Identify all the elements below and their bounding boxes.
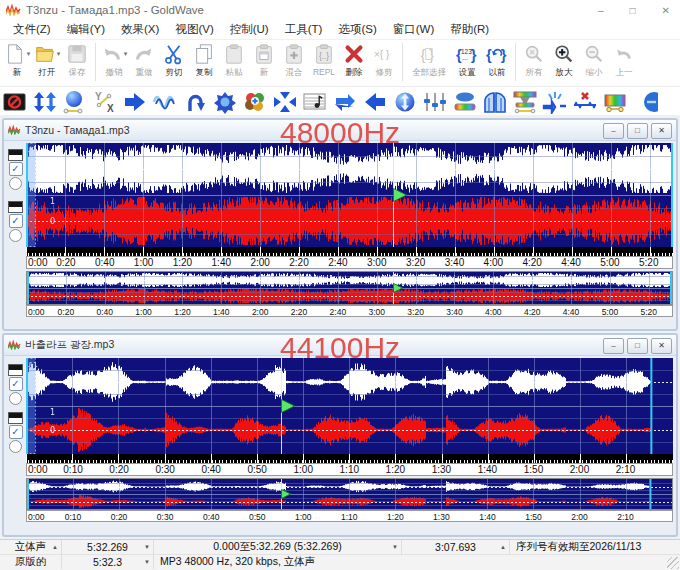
cut-button[interactable]: 剪切: [159, 41, 189, 77]
menu-help[interactable]: 帮助(R): [443, 20, 496, 39]
flanger-icon[interactable]: [152, 90, 178, 114]
minimize-button[interactable]: –: [598, 5, 604, 16]
menu-window[interactable]: 窗口(W): [386, 20, 442, 39]
spectrum-icon[interactable]: [602, 90, 628, 114]
offset-left-icon[interactable]: [362, 90, 388, 114]
filter-icon[interactable]: [512, 90, 538, 114]
doppler-icon[interactable]: [32, 90, 58, 114]
menu-edit[interactable]: 编辑(Y): [60, 20, 112, 39]
channel-view-button[interactable]: [8, 149, 23, 161]
redo-button[interactable]: 重做: [129, 41, 159, 77]
menu-tools[interactable]: 工具(T): [278, 20, 330, 39]
waveform-display-1[interactable]: [26, 143, 673, 247]
overview-display-1[interactable]: [27, 272, 672, 304]
menu-effects[interactable]: 效果(X): [114, 20, 166, 39]
channel-view-button[interactable]: [8, 364, 23, 376]
previous-selection-button[interactable]: {} 以前: [482, 41, 512, 77]
child-titlebar-2[interactable]: 바츨라프 광장.mp3 – □ ✕: [4, 335, 676, 356]
status-original[interactable]: 原版的: [0, 555, 62, 569]
status-selection[interactable]: 0.000至5:32.269 (5:32.269)▼: [154, 540, 402, 554]
time-ruler-1[interactable]: [26, 247, 673, 256]
expression-evaluator-icon[interactable]: YX: [92, 90, 118, 114]
status-marker-time[interactable]: 3:07.693▲: [402, 540, 510, 554]
dropdown-arrow-icon[interactable]: ▾: [124, 50, 128, 58]
interpolate-icon[interactable]: [242, 90, 268, 114]
overview-display-2[interactable]: [27, 479, 672, 509]
child-close-button[interactable]: ✕: [651, 338, 672, 354]
channel-solo-radio[interactable]: [9, 229, 22, 242]
resize-grip[interactable]: [667, 557, 679, 569]
close-button[interactable]: ✕: [662, 5, 670, 16]
time-label: 4:40: [563, 306, 580, 317]
waveform-display-2[interactable]: [26, 358, 673, 454]
reverse-icon[interactable]: [182, 90, 208, 114]
channel-enable-checkbox[interactable]: ✓: [9, 162, 23, 176]
open-button[interactable]: ▾ 打开: [32, 41, 62, 77]
menu-file[interactable]: 文件(Z): [6, 20, 58, 39]
gate-icon[interactable]: [482, 90, 508, 114]
menu-view[interactable]: 视图(V): [168, 20, 220, 39]
paste-button[interactable]: 粘贴: [219, 41, 249, 77]
time-ruler-2[interactable]: [26, 454, 673, 463]
child-minimize-button[interactable]: –: [603, 123, 624, 139]
control-properties-icon[interactable]: [2, 90, 28, 114]
time-label: 3:00: [367, 257, 386, 269]
zoom-all-button[interactable]: 所有: [519, 41, 549, 77]
channel-enable-checkbox[interactable]: ✓: [9, 377, 23, 391]
maximize-button[interactable]: □: [630, 5, 636, 16]
undo-button[interactable]: ▾ 撤销: [99, 41, 129, 77]
time-label: 5:20: [639, 257, 658, 269]
select-all-button[interactable]: { } 全部选择: [406, 41, 452, 77]
dropdown-arrow-icon[interactable]: ▾: [27, 50, 31, 58]
menu-options[interactable]: 选项(S): [331, 20, 383, 39]
channel-view-button[interactable]: [8, 201, 23, 213]
volume-shape-icon[interactable]: [452, 90, 478, 114]
child-maximize-button[interactable]: □: [627, 338, 648, 354]
offset-right-icon[interactable]: [122, 90, 148, 114]
child-maximize-button[interactable]: □: [627, 123, 648, 139]
dropdown-arrow-icon[interactable]: ▾: [57, 50, 61, 58]
noise-reduction-icon[interactable]: [572, 90, 598, 114]
equalizer-icon[interactable]: [422, 90, 448, 114]
save-button[interactable]: 保存: [62, 41, 92, 77]
zoom-out-button[interactable]: 缩小: [579, 41, 609, 77]
channel-enable-checkbox[interactable]: ✓: [9, 425, 23, 439]
menu-control[interactable]: 控制(U): [223, 20, 276, 39]
pitch-icon[interactable]: [302, 90, 328, 114]
paste-replace-button[interactable]: {..} REPL: [309, 41, 339, 77]
paste-mix-button[interactable]: 混合: [279, 41, 309, 77]
time-label: 4:40: [561, 257, 580, 269]
censor-icon[interactable]: [542, 90, 568, 114]
pan-icon[interactable]: [392, 90, 418, 114]
time-label: 2:10: [616, 464, 635, 476]
status-channel-selector[interactable]: 立体声▲: [0, 540, 62, 554]
dynamics-icon[interactable]: [62, 90, 88, 114]
echo-icon[interactable]: [332, 90, 358, 114]
time-label: 1:00: [295, 511, 312, 522]
mechanize-icon[interactable]: [212, 90, 238, 114]
previous-zoom-button[interactable]: 上一: [609, 41, 639, 77]
trim-button[interactable]: ×{ } 修剪: [369, 41, 399, 77]
channel-solo-radio[interactable]: [9, 392, 22, 405]
set-selection-button[interactable]: {}123... 设置: [452, 41, 482, 77]
new-button[interactable]: ▾ 新: [2, 41, 32, 77]
status-original-length[interactable]: 5:32.3▼: [62, 555, 154, 569]
time-label: 0:40: [95, 257, 114, 269]
paste-new-button[interactable]: 新: [249, 41, 279, 77]
zoom-in-button[interactable]: 放大: [549, 41, 579, 77]
overview-axis-2: 0:000:100:200:300:400:501:001:101:201:30…: [26, 510, 673, 522]
channel-solo-radio[interactable]: [9, 440, 22, 453]
compressor-icon[interactable]: [272, 90, 298, 114]
copy-icon: [193, 43, 215, 65]
smoother-icon[interactable]: [632, 90, 658, 114]
child-minimize-button[interactable]: –: [603, 338, 624, 354]
copy-button[interactable]: 复制: [189, 41, 219, 77]
child-titlebar-1[interactable]: T3nzu - Тамада1.mp3 – □ ✕: [4, 120, 676, 141]
child-close-button[interactable]: ✕: [651, 123, 672, 139]
channel-enable-checkbox[interactable]: ✓: [9, 214, 23, 228]
zoom-out-icon: [583, 43, 605, 65]
channel-solo-radio[interactable]: [9, 177, 22, 190]
channel-view-button[interactable]: [8, 412, 23, 424]
delete-button[interactable]: 删除: [339, 41, 369, 77]
status-length[interactable]: 5:32.269▼: [62, 540, 154, 554]
